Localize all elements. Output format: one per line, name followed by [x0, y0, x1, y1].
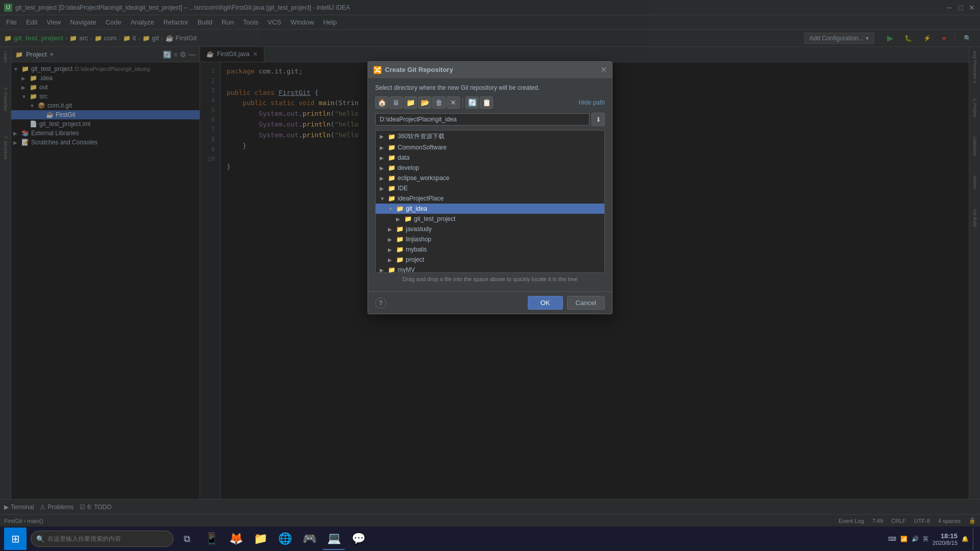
tree-item-commonsoftware[interactable]: ▶ 📁 CommonSoftware	[376, 142, 604, 153]
tree-item-eclipse[interactable]: ▶ 📁 eclipse_workspace	[376, 173, 604, 183]
windows-icon: ⊞	[11, 533, 20, 545]
dt-folder-icon: 📁	[388, 164, 396, 171]
create-git-repository-dialog: 🔀 Create Git Repository ✕ Select directo…	[368, 61, 612, 314]
copy-button[interactable]: 📋	[480, 96, 493, 109]
dialog-file-tree[interactable]: ▶ 📁 360软件资源下载 ▶ 📁 CommonSoftware ▶ 📁 dat…	[375, 130, 605, 273]
dt-folder-icon: 📁	[396, 236, 404, 243]
taskbar-task-view[interactable]: ⧉	[176, 528, 198, 550]
dialog-git-icon: 🔀	[373, 66, 382, 74]
tree-item-mybatis[interactable]: ▶ 📁 mybatis	[376, 244, 604, 255]
dt-arrow: ▶	[396, 216, 404, 222]
taskbar-search[interactable]: 🔍	[31, 531, 174, 547]
tree-item-ide[interactable]: ▶ 📁 IDE	[376, 183, 604, 193]
dt-label: myMV	[398, 266, 415, 273]
dt-label: mybatis	[406, 246, 427, 253]
dt-folder-icon: 📁	[388, 174, 396, 182]
dt-label: git_idea	[406, 205, 427, 212]
dt-arrow: ▶	[388, 257, 396, 263]
tree-item-mymv[interactable]: ▶ 📁 myMV	[376, 265, 604, 273]
help-button[interactable]: ?	[375, 297, 386, 309]
date: 2020/8/15	[933, 540, 958, 546]
taskbar-app-chat[interactable]: 📱	[200, 528, 223, 550]
tree-item-data[interactable]: ▶ 📁 data	[376, 153, 604, 163]
taskbar-app-folder[interactable]: 📁	[249, 528, 272, 550]
dt-label: git_test_project	[414, 215, 455, 222]
taskbar-time: 18:15 2020/8/15	[933, 532, 958, 546]
tree-item-360[interactable]: ▶ 📁 360软件资源下载	[376, 131, 604, 142]
taskbar-sys-tray: ⌨ 📶 🔊 英 18:15 2020/8/15 🔔	[888, 528, 976, 550]
start-button[interactable]: ⊞	[4, 528, 27, 550]
cancel-button[interactable]: Cancel	[567, 296, 605, 310]
dt-arrow: ▼	[388, 206, 396, 212]
dt-label: eclipse_workspace	[398, 174, 449, 182]
ok-button[interactable]: OK	[528, 296, 563, 310]
dt-label: data	[398, 154, 409, 161]
taskbar-search-input[interactable]	[47, 535, 168, 542]
dt-label: develop	[398, 164, 419, 171]
volume-icon: 🔊	[912, 536, 919, 542]
new-folder-button[interactable]: 📂	[418, 96, 431, 109]
dt-arrow: ▶	[388, 237, 396, 242]
dt-arrow: ▶	[380, 186, 388, 191]
delete-button[interactable]: ✕	[447, 96, 460, 109]
dt-label: 360软件资源下载	[398, 132, 445, 141]
toolbar-separator	[462, 97, 463, 108]
desktop-button[interactable]: 🖥	[389, 96, 403, 109]
dialog-title-bar: 🔀 Create Git Repository ✕	[368, 62, 612, 78]
taskbar-app-intellij[interactable]: 💻	[323, 528, 345, 550]
dt-arrow: ▼	[380, 196, 388, 202]
keyboard-icon: ⌨	[888, 536, 896, 542]
dialog-description: Select directory where the new Git repos…	[375, 84, 605, 91]
dialog-overlay: 🔀 Create Git Repository ✕ Select directo…	[0, 0, 980, 551]
home-button[interactable]: 🏠	[375, 96, 388, 109]
clock: 18:15	[941, 532, 958, 540]
tree-item-develop[interactable]: ▶ 📁 develop	[376, 163, 604, 173]
taskbar-app-firefox[interactable]: 🦊	[225, 528, 247, 550]
tree-item-project[interactable]: ▶ 📁 project	[376, 255, 604, 265]
taskbar-search-icon: 🔍	[36, 535, 44, 543]
dt-folder-icon: 📁	[396, 205, 404, 212]
dt-label: project	[406, 256, 424, 263]
dt-label: javastudy	[406, 226, 432, 233]
show-desktop-button[interactable]	[973, 528, 976, 550]
taskbar-app-game[interactable]: 🎮	[298, 528, 321, 550]
dialog-close-button[interactable]: ✕	[600, 65, 607, 74]
notification-icon[interactable]: 🔔	[962, 536, 969, 542]
tree-item-git-test-project[interactable]: ▶ 📁 git_test_project	[376, 214, 604, 224]
reload-button[interactable]: 🔄	[465, 96, 479, 109]
dt-arrow: ▶	[380, 134, 388, 139]
path-input-row: ⬇	[375, 113, 605, 126]
dt-folder-icon: 📁	[388, 133, 396, 140]
dialog-hint: Drag and drop a file into the space abov…	[375, 276, 605, 282]
dt-folder-icon: 📁	[396, 256, 404, 263]
network-icon: 📶	[900, 536, 908, 542]
dt-folder-icon: 📁	[388, 195, 396, 202]
dt-arrow: ▶	[380, 267, 388, 273]
dt-folder-icon: 📁	[404, 215, 412, 222]
dt-arrow: ▶	[380, 165, 388, 171]
taskbar-app-edge[interactable]: 🌐	[274, 528, 296, 550]
dt-label: IDE	[398, 185, 408, 192]
taskbar-app-wechat[interactable]: 💬	[347, 528, 370, 550]
dialog-footer: ? OK Cancel	[368, 291, 612, 314]
tree-item-javastudy[interactable]: ▶ 📁 javastudy	[376, 224, 604, 234]
tree-item-linjiashop[interactable]: ▶ 📁 linjiashop	[376, 234, 604, 244]
dt-folder-icon: 📁	[388, 144, 396, 151]
dt-arrow: ▶	[380, 176, 388, 181]
dt-arrow: ▶	[388, 227, 396, 232]
dt-arrow: ▶	[380, 145, 388, 151]
dt-folder-icon: 📁	[388, 154, 396, 161]
taskbar: ⊞ 🔍 ⧉ 📱 🦊 📁 🌐 🎮 💻 💬 ⌨ 📶 🔊 英 18:15 2020/8…	[0, 527, 980, 551]
folder-button[interactable]: 📁	[404, 96, 417, 109]
dt-label: ideaProjectPlace	[398, 195, 444, 202]
dt-label: CommonSoftware	[398, 144, 447, 151]
path-input[interactable]	[375, 113, 590, 126]
browse-button[interactable]: ⬇	[592, 113, 605, 126]
dialog-title-label: Create Git Repository	[385, 66, 600, 73]
dialog-toolbar: 🏠 🖥 📁 📂 🗑 ✕ 🔄 📋 Hide path	[375, 96, 605, 109]
refresh-button[interactable]: 🗑	[432, 96, 446, 109]
tree-item-ideaprojectplace[interactable]: ▼ 📁 ideaProjectPlace	[376, 193, 604, 204]
lang-indicator: 英	[923, 535, 928, 543]
tree-item-git-idea[interactable]: ▼ 📁 git_idea	[376, 204, 604, 214]
hide-path-button[interactable]: Hide path	[579, 99, 605, 106]
